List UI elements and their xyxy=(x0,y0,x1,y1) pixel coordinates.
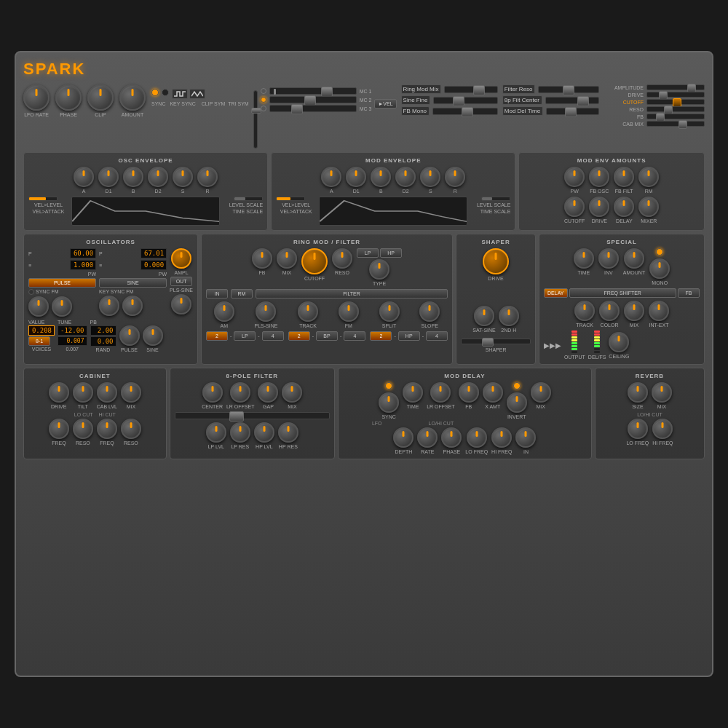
md-invert-knob[interactable] xyxy=(507,392,527,413)
mod-del-select[interactable]: Mod Del Time xyxy=(502,106,543,116)
md-in-knob[interactable] xyxy=(515,427,536,448)
out-btn[interactable]: OUT xyxy=(170,277,192,286)
md-phase-knob[interactable] xyxy=(441,427,462,448)
mea-delay-knob[interactable] xyxy=(614,197,634,217)
cab-lofreq-knob[interactable] xyxy=(49,419,69,439)
rmf-cutoff-knob[interactable] xyxy=(301,248,328,274)
clipsym-btn[interactable] xyxy=(172,89,188,99)
mea-mixer-knob[interactable] xyxy=(638,197,659,217)
mod-env-b-knob[interactable] xyxy=(371,167,391,187)
hp-filter-btn[interactable]: HP xyxy=(398,331,420,341)
md-mix-knob[interactable] xyxy=(531,382,551,403)
sp-mix-knob[interactable] xyxy=(624,301,644,321)
md-hifreq-knob[interactable] xyxy=(491,427,512,448)
rmf-am-knob[interactable] xyxy=(214,301,234,322)
bp4-btn[interactable]: 2 xyxy=(288,331,310,341)
mea-pw-knob[interactable] xyxy=(564,167,585,187)
sp-time-knob[interactable] xyxy=(574,248,594,269)
in-btn[interactable]: IN xyxy=(206,289,228,298)
lp4-btn2[interactable]: 4 xyxy=(262,331,284,341)
rmf-fm-knob[interactable] xyxy=(339,301,359,322)
shaper-satsin-knob[interactable] xyxy=(474,306,494,326)
osc-env-a-knob[interactable] xyxy=(74,167,94,187)
rmf-track-knob[interactable] xyxy=(298,301,318,322)
rev-size-knob[interactable] xyxy=(628,382,648,403)
rev-lofreq-knob[interactable] xyxy=(628,419,648,439)
rmf-plssine-knob[interactable] xyxy=(256,301,276,322)
cab-loreso-knob[interactable] xyxy=(73,419,93,439)
md-sync-led[interactable] xyxy=(385,382,392,389)
sp-amount-knob[interactable] xyxy=(624,248,644,269)
sync-led[interactable] xyxy=(151,89,159,96)
md-invert-led[interactable] xyxy=(513,382,521,389)
vel-button[interactable]: ►VEL xyxy=(374,99,396,108)
sine-knob[interactable] xyxy=(143,325,163,346)
sine-btn[interactable]: SINE xyxy=(99,278,167,288)
pf-mix-knob[interactable] xyxy=(282,382,302,403)
sp-fb-btn[interactable]: FB xyxy=(678,288,700,298)
shaper-drive-knob[interactable] xyxy=(483,248,509,274)
md-lofreq-knob[interactable] xyxy=(467,427,487,448)
md-xamt-knob[interactable] xyxy=(483,382,503,403)
filter-reso-select[interactable]: Filter Reso xyxy=(502,84,535,94)
pf-gap-knob[interactable] xyxy=(258,382,278,403)
keysync-led[interactable] xyxy=(162,89,169,96)
osc-env-r-knob[interactable] xyxy=(197,167,218,187)
mea-fbosc-knob[interactable] xyxy=(589,167,609,187)
sp-intext-knob[interactable] xyxy=(649,301,669,321)
cab-hireso-knob[interactable] xyxy=(121,419,141,439)
rev-mix-knob[interactable] xyxy=(652,382,672,403)
trisym-btn[interactable] xyxy=(189,89,205,99)
osc1-fm-knob[interactable] xyxy=(52,296,72,317)
mea-fbfilt-knob[interactable] xyxy=(614,167,634,187)
sp-mono-knob[interactable] xyxy=(649,258,670,279)
rmf-fb-knob[interactable] xyxy=(252,248,272,269)
mod-env-s-knob[interactable] xyxy=(420,167,440,187)
pf-center-knob[interactable] xyxy=(202,382,223,403)
clip-knob[interactable] xyxy=(87,84,114,111)
md-time-knob[interactable] xyxy=(403,382,423,403)
bp-filter-btn[interactable]: BP xyxy=(316,331,338,341)
lp4-btn[interactable]: 2 xyxy=(206,331,228,341)
rev-hifreq-knob[interactable] xyxy=(652,419,673,439)
sp-inv-knob[interactable] xyxy=(598,248,619,269)
pf-hpres-knob[interactable] xyxy=(278,422,298,443)
hp4-btn[interactable]: 2 xyxy=(370,331,392,341)
mod-env-a-knob[interactable] xyxy=(321,167,341,187)
voices-btn[interactable]: 8-1 xyxy=(28,336,50,346)
rmf-slope-knob[interactable] xyxy=(419,301,440,322)
rm-btn[interactable]: RM xyxy=(231,289,253,298)
bp4-btn2[interactable]: 4 xyxy=(344,331,365,341)
cab-drive-knob[interactable] xyxy=(49,382,69,403)
pulse-btn[interactable]: PULSE xyxy=(28,278,96,288)
plssine-knob[interactable] xyxy=(171,294,191,314)
mod-env-r-knob[interactable] xyxy=(445,167,465,187)
mea-drive-knob[interactable] xyxy=(589,197,609,217)
shaper-2ndh-knob[interactable] xyxy=(499,306,519,326)
ampl-knob[interactable] xyxy=(171,248,191,269)
osc-env-d1-knob[interactable] xyxy=(98,167,119,187)
md-lroffset-knob[interactable] xyxy=(430,382,451,403)
md-fb-knob[interactable] xyxy=(459,382,479,403)
osc2-ksync-knob[interactable] xyxy=(99,296,119,316)
sp-color-knob[interactable] xyxy=(599,301,620,321)
rmf-type-knob[interactable] xyxy=(369,259,389,280)
sine-fine-select[interactable]: Sine Fine xyxy=(401,95,430,105)
filter-btn[interactable]: FILTER xyxy=(256,289,448,298)
osc2-fm-knob[interactable] xyxy=(122,296,143,316)
pf-hplvl-knob[interactable] xyxy=(254,422,274,443)
cab-hifreq-knob[interactable] xyxy=(97,419,117,439)
md-depth-knob[interactable] xyxy=(393,427,414,448)
mc1-led[interactable] xyxy=(261,88,266,94)
amount-knob[interactable] xyxy=(119,84,146,111)
main-fader[interactable] xyxy=(253,90,258,149)
osc-env-d2-knob[interactable] xyxy=(148,167,168,187)
rmf-split-knob[interactable] xyxy=(379,301,400,322)
pole-filt-select[interactable]: 8p Filt Center xyxy=(502,95,542,105)
fb-mono-select[interactable]: FB Mono xyxy=(401,106,430,116)
rmf-mix-knob[interactable] xyxy=(277,248,297,269)
ceiling-knob[interactable] xyxy=(609,332,629,352)
mea-cutoff-knob[interactable] xyxy=(564,197,585,217)
hp4-btn2[interactable]: 4 xyxy=(426,331,448,341)
lp-btn[interactable]: LP xyxy=(357,248,379,258)
